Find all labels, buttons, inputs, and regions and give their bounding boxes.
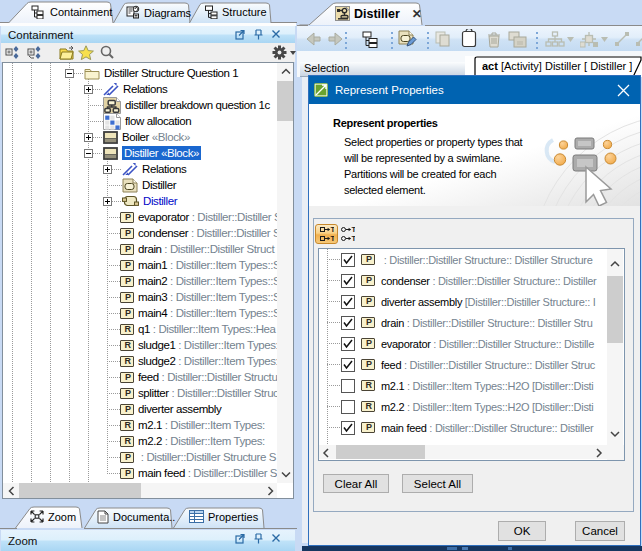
svg-text:T: T	[330, 226, 334, 234]
svg-text:T: T	[351, 234, 355, 242]
svg-text:T: T	[351, 226, 355, 234]
svg-text:T: T	[330, 234, 334, 242]
